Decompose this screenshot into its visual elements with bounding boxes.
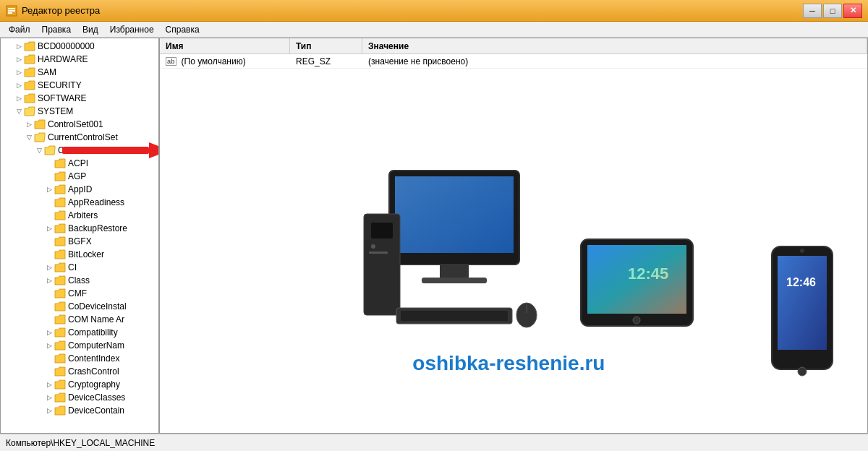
tree-item-class[interactable]: ▷ Class <box>1 274 158 287</box>
expand-icon: ▽ <box>14 106 24 116</box>
tree-label: ComputerNam <box>68 340 124 351</box>
menu-edit[interactable]: Правка <box>36 23 77 36</box>
table-row[interactable]: ab (По умолчанию) REG_SZ (значение не пр… <box>160 54 867 69</box>
tree-item-computernam[interactable]: ▷ ComputerNam <box>1 339 158 352</box>
tree-item-security[interactable]: ▷ SECURITY <box>1 79 158 92</box>
expand-icon: ▷ <box>44 392 54 403</box>
svg-rect-11 <box>364 214 400 315</box>
maximize-button[interactable]: □ <box>823 4 842 18</box>
tree-item-devicecontain[interactable]: ▷ DeviceContain <box>1 404 158 417</box>
folder-icon-open <box>24 106 35 116</box>
tree-item-crashcontrol[interactable]: CrashControl <box>1 365 158 378</box>
tree-label: CurrentControlSet <box>48 132 118 142</box>
menu-help[interactable]: Справка <box>160 23 205 36</box>
folder-icon <box>54 171 66 181</box>
cell-value: (значение не присвоено) <box>362 54 867 68</box>
svg-point-23 <box>633 317 640 324</box>
tree-item-compatibility[interactable]: ▷ Compatibility <box>1 326 158 339</box>
close-button[interactable]: ✕ <box>843 4 862 18</box>
registry-tree[interactable]: ▷ BCD00000000 ▷ HARDWARE ▷ SAM ▷ <box>1 38 160 433</box>
svg-point-17 <box>516 303 537 327</box>
svg-rect-6 <box>389 171 519 265</box>
svg-rect-22 <box>587 245 686 314</box>
svg-rect-12 <box>371 223 393 239</box>
svg-rect-19 <box>581 239 693 326</box>
tree-label: ControlSet001 <box>48 119 103 129</box>
expand-icon: ▷ <box>44 340 54 351</box>
table-header: Имя Тип Значение <box>160 38 867 54</box>
menu-favorites[interactable]: Избранное <box>104 23 160 36</box>
tree-item-software[interactable]: ▷ SOFTWARE <box>1 92 158 105</box>
tree-label: CI <box>68 262 77 272</box>
folder-icon <box>54 236 66 246</box>
tree-item-backuprestore[interactable]: ▷ BackupRestore <box>1 222 158 235</box>
expand-icon: ▷ <box>14 80 24 90</box>
tree-item-cryptography[interactable]: ▷ Cryptography <box>1 378 158 391</box>
expand-icon <box>44 210 54 220</box>
svg-rect-9 <box>440 265 469 279</box>
svg-rect-26 <box>778 256 827 350</box>
tree-item-appreadiness[interactable]: AppReadiness <box>1 196 158 209</box>
tree-label: BGFX <box>68 236 92 246</box>
expand-icon <box>44 197 54 207</box>
tree-item-bgfx[interactable]: BGFX <box>1 235 158 248</box>
folder-icon <box>24 67 35 77</box>
app-icon <box>6 5 17 17</box>
menu-file[interactable]: Файл <box>3 23 36 36</box>
expand-icon <box>44 249 54 259</box>
folder-icon <box>54 158 66 168</box>
expand-icon <box>44 158 54 168</box>
folder-icon-open <box>34 132 46 142</box>
menu-bar: Файл Правка Вид Избранное Справка <box>0 22 868 38</box>
expand-icon: ▷ <box>44 405 54 416</box>
tree-label: COM Name Ar <box>68 314 124 325</box>
tree-item-codeviceinstal[interactable]: CoDeviceInstal <box>1 300 158 313</box>
tree-item-bitlocker[interactable]: BitLocker <box>1 248 158 261</box>
tree-item-arbiters[interactable]: Arbiters <box>1 209 158 222</box>
folder-icon <box>54 197 66 207</box>
tree-item-system[interactable]: ▽ SYSTEM <box>1 105 158 118</box>
tree-item-ci[interactable]: ▷ CI <box>1 261 158 274</box>
tree-label: DeviceContain <box>68 405 124 416</box>
folder-icon <box>54 340 66 351</box>
tree-item-bcd[interactable]: ▷ BCD00000000 <box>1 40 158 53</box>
expand-icon: ▷ <box>14 93 24 103</box>
tree-item-sam[interactable]: ▷ SAM <box>1 66 158 79</box>
tree-item-cmf[interactable]: CMF <box>1 287 158 300</box>
tree-item-hardware[interactable]: ▷ HARDWARE <box>1 53 158 66</box>
svg-marker-5 <box>149 142 160 158</box>
svg-rect-7 <box>395 176 514 253</box>
minimize-button[interactable]: ─ <box>803 4 822 18</box>
tree-label: SOFTWARE <box>38 93 87 103</box>
svg-rect-20 <box>587 245 686 314</box>
tree-label: SAM <box>38 67 56 77</box>
tree-item-controlset001[interactable]: ▷ ControlSet001 <box>1 118 158 131</box>
tree-item-deviceclasses[interactable]: ▷ DeviceClasses <box>1 391 158 404</box>
folder-icon <box>54 275 66 285</box>
col-header-type: Тип <box>290 38 362 53</box>
folder-icon <box>54 249 66 259</box>
tree-label: HARDWARE <box>38 54 88 64</box>
expand-icon <box>44 314 54 325</box>
tree-label: BitLocker <box>68 249 104 259</box>
tree-item-acpi[interactable]: ACPI <box>1 157 158 170</box>
tree-item-com-name-ar[interactable]: COM Name Ar <box>1 313 158 326</box>
expand-icon: ▷ <box>14 41 24 51</box>
folder-icon <box>54 223 66 233</box>
col-header-value: Значение <box>362 38 867 53</box>
tree-item-contentindex[interactable]: ContentIndex <box>1 352 158 365</box>
tree-label: CrashControl <box>68 366 119 377</box>
tree-item-agp[interactable]: AGP <box>1 170 158 183</box>
expand-icon <box>44 301 54 312</box>
expand-icon: ▷ <box>14 54 24 64</box>
tree-label: AppReadiness <box>68 197 124 207</box>
tree-item-control[interactable]: ▽ Control <box>1 144 158 157</box>
tree-label: ACPI <box>68 158 88 168</box>
menu-view[interactable]: Вид <box>77 23 104 36</box>
tree-item-appid[interactable]: ▷ AppID <box>1 183 158 196</box>
folder-icon <box>54 314 66 325</box>
svg-rect-2 <box>8 10 15 12</box>
folder-icon <box>54 262 66 272</box>
folder-icon <box>24 54 35 64</box>
tree-label: SYSTEM <box>38 106 73 116</box>
